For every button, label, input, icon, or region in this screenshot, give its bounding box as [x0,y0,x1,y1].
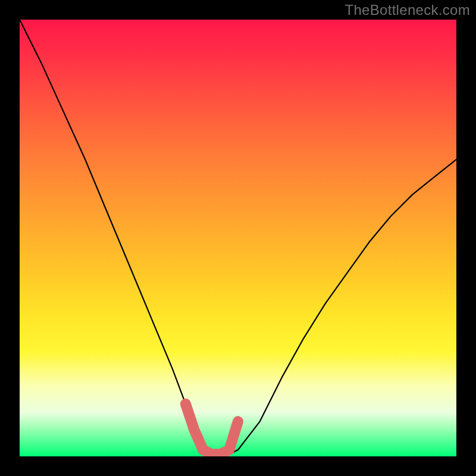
chart-plot-area [20,20,456,456]
bottleneck-curve [20,20,456,454]
chart-svg [20,20,456,456]
watermark-text: TheBottleneck.com [345,2,470,18]
valley-highlight [186,404,238,454]
chart-frame: TheBottleneck.com [0,0,476,476]
